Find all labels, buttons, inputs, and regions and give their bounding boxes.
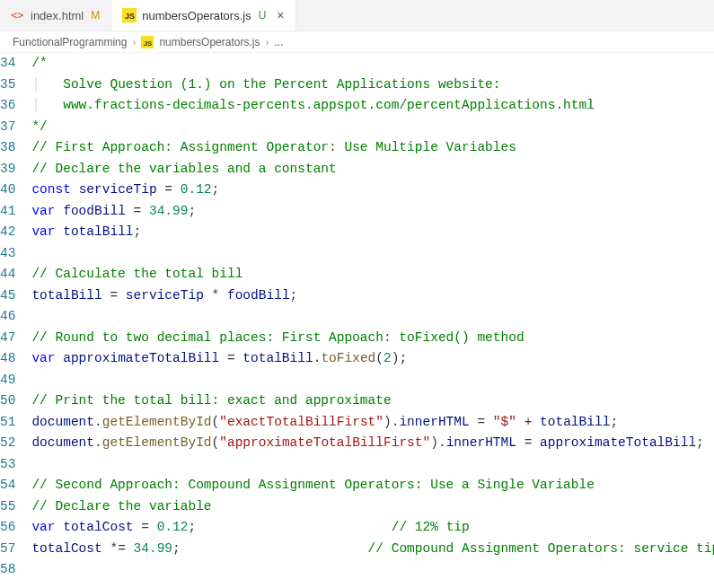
line-number: 45: [0, 285, 15, 307]
line-number: 54: [0, 475, 15, 496]
code-line[interactable]: // Declare the variables and a constant: [31, 159, 714, 180]
breadcrumb-folder[interactable]: FunctionalProgramming: [13, 36, 127, 48]
code-line[interactable]: [31, 243, 714, 265]
code-content[interactable]: /*│ Solve Question (1.) on the Percent A…: [31, 53, 714, 581]
line-number: 34: [0, 53, 15, 75]
code-line[interactable]: │ Solve Question (1.) on the Percent App…: [31, 75, 714, 96]
code-line[interactable]: var totalCost = 0.12; // 12% tip: [31, 517, 714, 539]
code-line[interactable]: var approximateTotalBill = totalBill.toF…: [31, 348, 714, 370]
code-line[interactable]: // Second Approach: Compound Assignment …: [31, 475, 714, 496]
line-number: 52: [0, 433, 15, 454]
code-line[interactable]: /*: [31, 53, 714, 75]
code-line[interactable]: // First Approach: Assignment Operator: …: [31, 137, 714, 159]
line-number: 56: [0, 517, 15, 539]
line-number: 42: [0, 222, 15, 243]
line-number: 46: [0, 306, 15, 328]
code-line[interactable]: [31, 306, 714, 328]
line-number: 48: [0, 348, 15, 370]
code-line[interactable]: var foodBill = 34.99;: [31, 201, 714, 223]
line-number: 49: [0, 370, 15, 391]
breadcrumb[interactable]: FunctionalProgramming › JS numbersOperat…: [0, 31, 714, 53]
line-number: 37: [0, 117, 15, 138]
line-number: 35: [0, 75, 15, 96]
line-number: 40: [0, 180, 15, 201]
line-number: 55: [0, 496, 15, 518]
code-line[interactable]: // Calculate the total bill: [31, 264, 714, 285]
line-number: 58: [0, 559, 15, 581]
code-line[interactable]: // Round to two decimal places: First Ap…: [31, 328, 714, 349]
line-number: 43: [0, 243, 15, 265]
code-line[interactable]: │ www.fractions-decimals-percents.appspo…: [31, 95, 714, 117]
tab-modified-badge: M: [91, 9, 100, 22]
code-line[interactable]: */: [31, 117, 714, 138]
tab-label: index.html: [31, 9, 84, 22]
code-line[interactable]: [31, 454, 714, 476]
line-number: 44: [0, 264, 15, 285]
line-number: 50: [0, 391, 15, 412]
code-line[interactable]: document.getElementById("approximateTota…: [31, 433, 714, 454]
code-editor[interactable]: 3435363738394041424344454647484950515253…: [0, 53, 714, 581]
svg-text:<>: <>: [11, 9, 23, 22]
line-number: 53: [0, 454, 15, 476]
line-number: 57: [0, 539, 15, 560]
breadcrumb-symbol[interactable]: ...: [274, 36, 283, 48]
code-line[interactable]: // Declare the variable: [31, 496, 714, 518]
line-number: 51: [0, 412, 15, 434]
tab-untracked-badge: U: [259, 9, 267, 22]
line-number: 38: [0, 137, 15, 159]
breadcrumb-file[interactable]: numbersOperators.js: [159, 36, 260, 48]
close-icon[interactable]: ×: [277, 9, 284, 22]
line-number-gutter: 3435363738394041424344454647484950515253…: [0, 53, 31, 581]
svg-text:JS: JS: [125, 12, 135, 21]
code-line[interactable]: const serviceTip = 0.12;: [31, 180, 714, 201]
code-line[interactable]: document.getElementById("exactTotalBillF…: [31, 412, 714, 434]
line-number: 41: [0, 201, 15, 223]
code-line[interactable]: // Print the total bill: exact and appro…: [31, 391, 714, 412]
line-number: 47: [0, 328, 15, 349]
tab-index-html[interactable]: <> index.html M: [0, 0, 111, 31]
line-number: 39: [0, 159, 15, 180]
code-line[interactable]: [31, 559, 714, 581]
js-file-icon: JS: [141, 36, 154, 48]
code-line[interactable]: totalCost *= 34.99; // Compound Assignme…: [31, 539, 714, 560]
chevron-right-icon: ›: [132, 36, 136, 48]
code-line[interactable]: totalBill = serviceTip * foodBill;: [31, 285, 714, 307]
tab-label: numbersOperators.js: [142, 9, 251, 22]
code-line[interactable]: [31, 370, 714, 391]
code-line[interactable]: var totalBill;: [31, 222, 714, 243]
js-file-icon: JS: [122, 8, 137, 22]
chevron-right-icon: ›: [265, 36, 269, 48]
html-file-icon: <>: [11, 8, 25, 22]
svg-text:JS: JS: [144, 39, 153, 47]
tab-bar: <> index.html M JS numbersOperators.js U…: [0, 0, 714, 31]
tab-numbers-operators-js[interactable]: JS numbersOperators.js U ×: [111, 0, 295, 31]
line-number: 36: [0, 95, 15, 117]
